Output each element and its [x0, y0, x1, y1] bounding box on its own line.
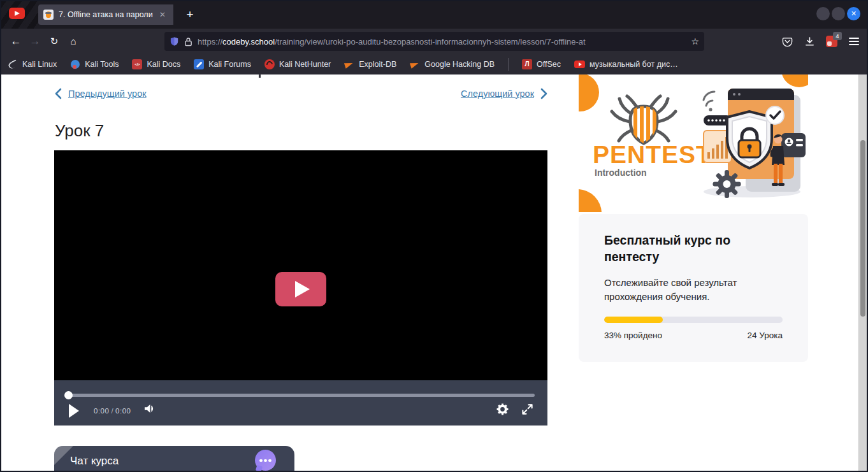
- bookmark-label: Kali Tools: [85, 60, 119, 69]
- codeby-favicon-icon: [43, 10, 54, 20]
- youtube-icon: [574, 61, 585, 68]
- course-progress-fill: [604, 317, 663, 323]
- bookmark-item[interactable]: Kali Tools: [70, 59, 119, 69]
- bookmark-item[interactable]: Kali Docs: [132, 59, 180, 69]
- url-bar[interactable]: https://codeby.school/training/view/urok…: [164, 32, 704, 51]
- bookmark-label: Google Hacking DB: [424, 60, 495, 69]
- bookmark-item[interactable]: OffSec: [522, 59, 561, 69]
- page-scrollbar[interactable]: [858, 75, 867, 471]
- prev-lesson-link[interactable]: Предыдущий урок: [68, 89, 147, 99]
- current-time: 0:00: [94, 407, 109, 415]
- extension-logo-icon: 4: [826, 36, 837, 47]
- menu-icon[interactable]: [845, 32, 863, 50]
- lessons-count-label: 24 Урока: [748, 331, 783, 340]
- close-button[interactable]: ✕: [847, 7, 860, 20]
- toolbar-right: 4: [778, 29, 863, 54]
- chevron-right-icon: [539, 88, 548, 99]
- next-lesson-link[interactable]: Следующий урок: [461, 89, 534, 99]
- course-chat-widget[interactable]: Чат курса: [54, 446, 294, 471]
- url-path: /training/view/uroki-po-auditu-bezopasno…: [275, 37, 586, 46]
- kali-linux-icon: [8, 59, 18, 69]
- bookmark-label: Kali Linux: [22, 60, 57, 69]
- tab-title-fade: [157, 4, 173, 25]
- bookmark-item[interactable]: Google Hacking DB: [410, 59, 495, 69]
- hamburger-icon: [849, 38, 859, 45]
- url-fade: [663, 37, 688, 46]
- home-icon[interactable]: ⌂: [64, 32, 83, 50]
- browser-window: 7. Offline атака на пароли ✕ + ✕ ← → ↻ ⌂…: [0, 0, 868, 472]
- kali-tools-icon: [70, 59, 80, 69]
- url-text[interactable]: https://codeby.school/training/view/urok…: [198, 37, 688, 46]
- minimize-button[interactable]: [816, 7, 830, 20]
- bookmark-star-icon[interactable]: ☆: [691, 36, 699, 46]
- course-card-description: Отслеживайте свой результат прохождения …: [604, 276, 770, 303]
- pocket-icon[interactable]: [778, 32, 796, 50]
- youtube-pinned-tab-icon[interactable]: [9, 8, 25, 19]
- window-controls: ✕: [816, 7, 860, 20]
- titlebar: 7. Offline атака на пароли ✕ + ✕: [0, 0, 868, 29]
- scrolled-content-remnant: [259, 75, 261, 78]
- bookmark-label: Kali NetHunter: [279, 60, 331, 69]
- bookmark-label: музыкальный бот дис…: [590, 60, 678, 69]
- big-play-button[interactable]: [275, 272, 326, 306]
- duration: 0:00: [115, 407, 131, 415]
- extension-icon[interactable]: 4: [823, 32, 841, 50]
- course-progress-card: Бесплатный курс по пентесту Отслеживайте…: [579, 214, 808, 362]
- prev-lesson-nav[interactable]: Предыдущий урок: [54, 88, 147, 99]
- tracking-shield-icon[interactable]: [170, 36, 179, 46]
- banner-title: PENTEST: [593, 141, 712, 168]
- downloads-icon[interactable]: [800, 32, 818, 50]
- course-progress-meta: 33% пройдено 24 Урока: [604, 331, 783, 340]
- course-banner-image: PENTEST Introduction: [579, 75, 808, 212]
- kali-nethunter-icon: [264, 59, 275, 69]
- video-controls: 0:00/0:00: [54, 380, 547, 426]
- forward-icon[interactable]: →: [25, 32, 45, 50]
- time-display: 0:00/0:00: [94, 407, 131, 415]
- exploit-db-icon: [410, 59, 420, 69]
- maximize-button[interactable]: [832, 7, 845, 20]
- course-card-title: Бесплатный курс по пентесту: [604, 232, 763, 265]
- bookmarks-separator: [508, 58, 509, 71]
- play-icon[interactable]: [69, 404, 79, 418]
- reload-icon[interactable]: ↻: [45, 32, 64, 50]
- new-tab-button[interactable]: +: [182, 7, 198, 22]
- active-tab[interactable]: 7. Offline атака на пароли ✕: [38, 4, 173, 25]
- bookmark-label: Kali Docs: [147, 60, 180, 69]
- course-progress-bar: [604, 317, 783, 323]
- kali-docs-icon: [132, 59, 142, 69]
- time-separator: /: [111, 407, 113, 415]
- url-domain: codeby.school: [222, 37, 275, 46]
- tab-title: 7. Offline атака на пароли: [59, 10, 156, 19]
- page-viewport: Предыдущий урок Следующий урок Урок 7 0:…: [1, 75, 858, 471]
- exploit-db-icon: [344, 59, 354, 69]
- chevron-left-icon: [54, 88, 63, 99]
- bookmark-label: Exploit-DB: [359, 60, 396, 69]
- bookmark-item[interactable]: Kali Linux: [8, 59, 57, 69]
- kali-forums-icon: [194, 59, 204, 69]
- lock-icon: [184, 37, 192, 46]
- bookmarks-bar: Kali Linux Kali Tools Kali Docs Kali For…: [0, 54, 868, 75]
- volume-icon[interactable]: [143, 403, 157, 417]
- bookmark-label: OffSec: [537, 60, 561, 69]
- video-player: 0:00/0:00: [54, 150, 547, 426]
- chat-bubble-icon[interactable]: [255, 450, 276, 471]
- url-protocol: https://: [198, 37, 222, 46]
- video-screen[interactable]: [54, 150, 547, 380]
- bookmark-item[interactable]: Kali Forums: [194, 59, 251, 69]
- fullscreen-icon[interactable]: [521, 403, 533, 418]
- bookmark-label: Kali Forums: [208, 60, 251, 69]
- back-icon[interactable]: ←: [6, 32, 25, 50]
- offsec-icon: [522, 59, 532, 69]
- chat-title: Чат курса: [70, 455, 119, 468]
- seek-thumb[interactable]: [64, 391, 73, 399]
- bookmark-item[interactable]: Exploit-DB: [344, 59, 396, 69]
- settings-gear-icon[interactable]: [496, 403, 509, 418]
- seek-bar[interactable]: [67, 394, 535, 397]
- bookmark-item[interactable]: Kali NetHunter: [264, 59, 331, 69]
- next-lesson-nav[interactable]: Следующий урок: [461, 88, 548, 99]
- banner-subtitle: Introduction: [595, 168, 647, 178]
- page-title: Урок 7: [55, 121, 104, 141]
- progress-percent-label: 33% пройдено: [604, 331, 662, 340]
- scrollbar-thumb[interactable]: [860, 140, 865, 317]
- bookmark-item[interactable]: музыкальный бот дис…: [574, 60, 678, 69]
